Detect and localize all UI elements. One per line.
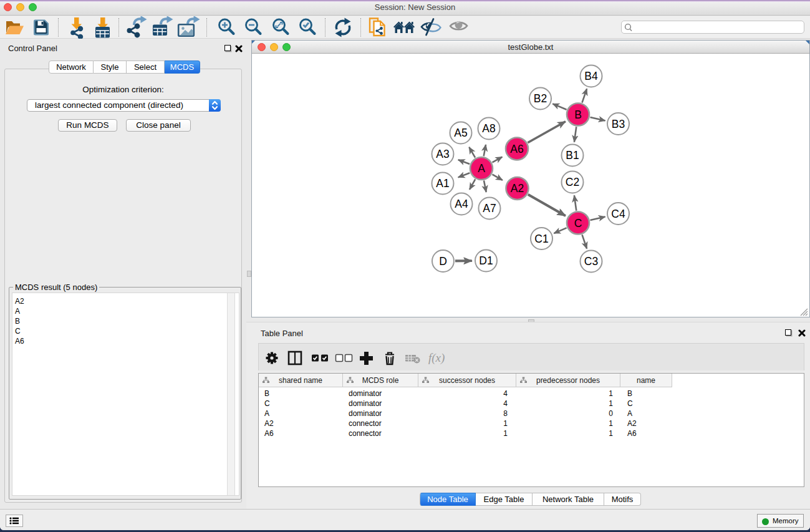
- svg-text:B1: B1: [566, 149, 579, 162]
- svg-text:C: C: [574, 217, 582, 230]
- svg-text:C2: C2: [566, 176, 579, 188]
- svg-text:A: A: [478, 162, 485, 175]
- svg-text:A3: A3: [436, 148, 449, 160]
- svg-text:C3: C3: [584, 255, 598, 268]
- svg-text:A1: A1: [436, 177, 449, 190]
- svg-text:f(x): f(x): [428, 351, 445, 365]
- svg-text:C1: C1: [534, 233, 548, 245]
- svg-text:C4: C4: [611, 208, 625, 220]
- svg-text:A2: A2: [511, 182, 524, 195]
- svg-text:B2: B2: [534, 92, 547, 105]
- svg-text:D1: D1: [479, 254, 493, 267]
- svg-text:B4: B4: [584, 70, 598, 82]
- svg-text:A6: A6: [510, 143, 523, 155]
- svg-text:A4: A4: [455, 198, 468, 210]
- svg-text:A5: A5: [454, 127, 467, 139]
- svg-text:D: D: [439, 255, 447, 268]
- svg-text:A8: A8: [482, 122, 495, 135]
- svg-text:B: B: [574, 109, 582, 121]
- svg-text:B3: B3: [612, 118, 625, 130]
- svg-text:A7: A7: [483, 202, 496, 215]
